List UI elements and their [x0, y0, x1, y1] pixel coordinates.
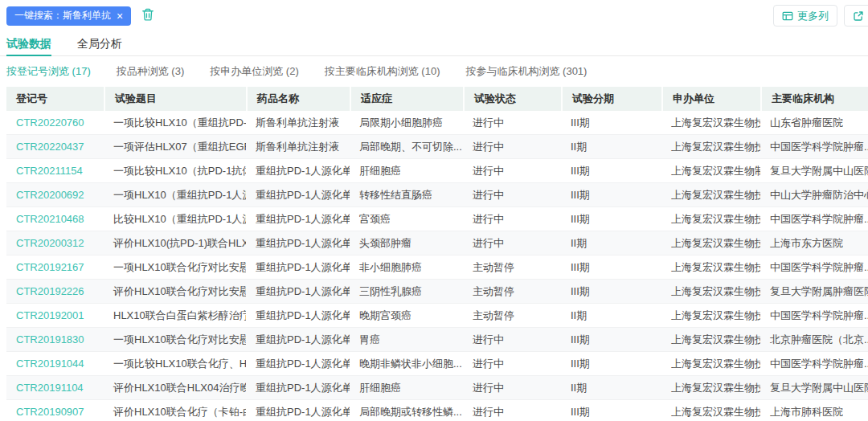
column-header-trial-phase: 试验分期	[561, 87, 661, 111]
table-body: CTR20220760一项比较HLX10（重组抗PD-1人...斯鲁利单抗注射液…	[6, 111, 868, 421]
close-icon[interactable]: ×	[117, 10, 123, 22]
column-header-trial-title: 试验题目	[104, 87, 246, 111]
filter-tab[interactable]: 按品种浏览 (3)	[117, 64, 185, 79]
cell-indication: 局限期小细胞肺癌	[350, 111, 463, 134]
table-row: CTR20210468比较HLX10（重组抗PD-1人源化...重组抗PD-1人…	[6, 207, 868, 231]
open-external-button[interactable]	[844, 5, 868, 27]
registration-number-link[interactable]: CTR20220760	[6, 111, 104, 134]
column-header-indication: 适应症	[350, 87, 463, 111]
cell-trial-title: 一项比较HLX10（抗PD-1抗体）...	[104, 159, 246, 182]
cell-sponsor: 上海复宏汉霖生物技...	[661, 400, 760, 421]
cell-trial-title: 一项HLX10（重组抗PD-1人源化...	[104, 183, 246, 206]
cell-trial-phase: III期	[561, 159, 661, 182]
filter-tab[interactable]: 按登记号浏览 (17)	[6, 64, 91, 79]
cell-trial-phase: II期	[561, 304, 661, 327]
registration-number-link[interactable]: CTR20200312	[6, 231, 104, 255]
cell-sponsor: 上海复宏汉霖生物技...	[661, 376, 760, 399]
search-tag[interactable]: 一键搜索：斯鲁利单抗 ×	[6, 6, 131, 26]
cell-trial-title: HLX10联合白蛋白紫杉醇治疗经晚...	[104, 304, 246, 327]
cell-indication: 头颈部肿瘤	[350, 231, 463, 255]
registration-number-link[interactable]: CTR20191830	[6, 328, 104, 351]
cell-drug-name: 重组抗PD-1人源化单...	[246, 231, 350, 255]
cell-indication: 局部晚期、不可切除...	[350, 135, 463, 158]
browse-filters: 按登记号浏览 (17)按品种浏览 (3)按申办单位浏览 (2)按主要临床机构浏览…	[0, 63, 868, 80]
cell-trial-status: 主动暂停	[463, 255, 561, 279]
search-tags-area: 一键搜索：斯鲁利单抗 ×	[6, 6, 155, 26]
cell-main-clinical-institution: 中国医学科学院肿瘤...	[760, 304, 868, 327]
cell-trial-status: 主动暂停	[463, 280, 561, 303]
top-toolbar: 一键搜索：斯鲁利单抗 × 更多列	[0, 0, 868, 26]
registration-number-link[interactable]: CTR20211154	[6, 159, 104, 182]
cell-trial-phase: III期	[561, 280, 661, 303]
registration-number-link[interactable]: CTR20192167	[6, 255, 104, 279]
cell-indication: 局部晚期或转移性鳞...	[350, 400, 463, 421]
search-tag-label: 一键搜索：斯鲁利单抗	[14, 9, 111, 22]
cell-trial-status: 进行中	[463, 183, 561, 206]
cell-main-clinical-institution: 上海市肺科医院	[760, 400, 868, 421]
table-row: CTR20192001HLX10联合白蛋白紫杉醇治疗经晚...重组抗PD-1人源…	[6, 304, 868, 328]
cell-main-clinical-institution: 复旦大学附属中山医院	[760, 159, 868, 182]
tab-global-analysis[interactable]: 全局分析	[77, 31, 122, 55]
column-header-drug-name: 药品名称	[246, 87, 350, 111]
registration-number-link[interactable]: CTR20191044	[6, 352, 104, 375]
cell-drug-name: 重组抗PD-1人源化单...	[246, 376, 350, 399]
cell-main-clinical-institution: 复旦大学附属中山医院	[760, 376, 868, 399]
cell-sponsor: 上海复宏汉霖生物技...	[661, 328, 760, 351]
cell-drug-name: 重组抗PD-1人源化单...	[246, 207, 350, 231]
cell-trial-status: 进行中	[463, 159, 561, 182]
cell-trial-phase: III期	[561, 111, 661, 134]
trash-icon	[141, 7, 155, 24]
cell-trial-phase: III期	[561, 255, 661, 279]
main-tabs: 试验数据 全局分析	[0, 31, 868, 56]
cell-sponsor: 上海复宏汉霖生物制...	[661, 159, 760, 182]
more-columns-button[interactable]: 更多列	[773, 5, 837, 27]
clear-search-button[interactable]	[141, 7, 155, 24]
cell-drug-name: 斯鲁利单抗注射液	[246, 111, 350, 134]
cell-trial-phase: III期	[561, 207, 661, 231]
cell-trial-phase: II期	[561, 135, 661, 158]
cell-trial-phase: III期	[561, 400, 661, 421]
filter-tab[interactable]: 按主要临床机构浏览 (10)	[325, 64, 440, 79]
registration-number-link[interactable]: CTR20220437	[6, 135, 104, 158]
cell-trial-phase: III期	[561, 352, 661, 375]
cell-sponsor: 上海复宏汉霖生物技...	[661, 111, 760, 134]
table-header: 登记号试验题目药品名称适应症试验状态试验分期申办单位主要临床机构	[6, 87, 868, 111]
cell-indication: 晚期非鳞状非小细胞...	[350, 352, 463, 375]
cell-trial-status: 进行中	[463, 111, 561, 134]
external-link-icon	[853, 10, 864, 22]
cell-trial-phase: II期	[561, 231, 661, 255]
cell-main-clinical-institution: 北京肿瘤医院（北京...	[760, 328, 868, 351]
tab-trial-data[interactable]: 试验数据	[6, 31, 51, 55]
cell-main-clinical-institution: 中国医学科学院肿瘤...	[760, 352, 868, 375]
table-row: CTR20220437一项评估HLX07（重组抗EGFR人...斯鲁利单抗注射液…	[6, 135, 868, 159]
registration-number-link[interactable]: CTR20200692	[6, 183, 104, 206]
registration-number-link[interactable]: CTR20210468	[6, 207, 104, 231]
cell-main-clinical-institution: 上海市东方医院	[760, 231, 868, 255]
cell-indication: 三阴性乳腺癌	[350, 280, 463, 303]
cell-drug-name: 重组抗PD-1人源化单...	[246, 304, 350, 327]
table-row: CTR20192226评价HLX10联合化疗对比安慰剂联...重组抗PD-1人源…	[6, 280, 868, 304]
table-row: CTR20211154一项比较HLX10（抗PD-1抗体）...重组抗PD-1人…	[6, 159, 868, 183]
column-header-registration-number: 登记号	[6, 87, 104, 111]
cell-trial-title: 比较HLX10（重组抗PD-1人源化...	[104, 207, 246, 231]
cell-indication: 转移性结直肠癌	[350, 183, 463, 206]
cell-main-clinical-institution: 中国医学科学院肿瘤...	[760, 255, 868, 279]
cell-drug-name: 重组抗PD-1人源化单...	[246, 400, 350, 421]
cell-trial-title: 评价HLX10联合化疗对比安慰剂联...	[104, 280, 246, 303]
filter-tab[interactable]: 按申办单位浏览 (2)	[210, 64, 299, 79]
registration-number-link[interactable]: CTR20191104	[6, 376, 104, 399]
registration-number-link[interactable]: CTR20192226	[6, 280, 104, 303]
cell-trial-phase: III期	[561, 328, 661, 351]
registration-number-link[interactable]: CTR20190907	[6, 400, 104, 421]
cell-main-clinical-institution: 复旦大学附属肿瘤医院	[760, 280, 868, 303]
cell-trial-title: 评价HLX10联合化疗（卡铂-白蛋...	[104, 400, 246, 421]
filter-tab[interactable]: 按参与临床机构浏览 (301)	[465, 64, 587, 79]
cell-sponsor: 上海复宏汉霖生物技...	[661, 135, 760, 158]
cell-drug-name: 重组抗PD-1人源化单...	[246, 352, 350, 375]
cell-main-clinical-institution: 中山大学肿瘤防治中心	[760, 183, 868, 206]
cell-indication: 非小细胞肺癌	[350, 255, 463, 279]
registration-number-link[interactable]: CTR20192001	[6, 304, 104, 327]
cell-trial-status: 进行中	[463, 400, 561, 421]
cell-trial-title: 一项HLX10联合化疗对比安慰剂联...	[104, 255, 246, 279]
more-columns-label: 更多列	[797, 9, 829, 23]
